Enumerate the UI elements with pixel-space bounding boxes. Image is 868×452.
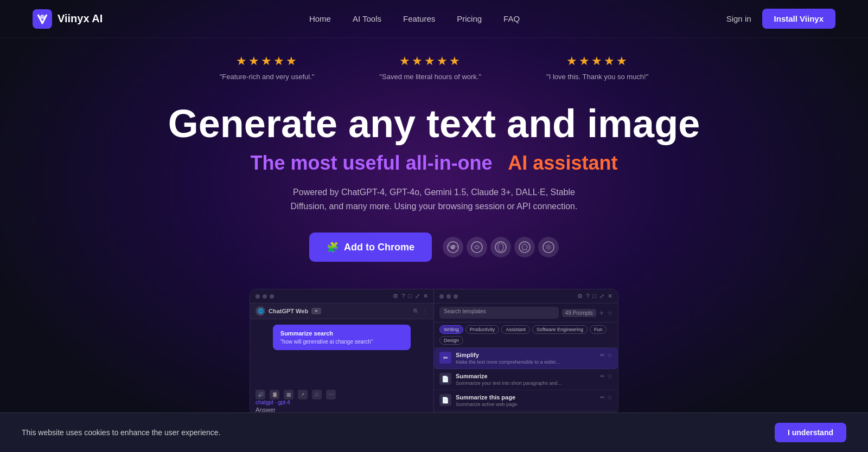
logo-icon xyxy=(33,9,52,29)
ss-left-topbar: ⚙ ? □ ⤢ ✕ xyxy=(250,289,433,304)
nav-links: Home AI Tools Features Pricing FAQ xyxy=(309,14,520,24)
ss-message-bubble: Summarize search "how will generative ai… xyxy=(273,325,411,350)
logo-link[interactable]: Viinyx AI xyxy=(33,9,103,29)
bookmark-icon: □ xyxy=(312,390,322,399)
ss-dot-1 xyxy=(256,294,260,299)
screenshot-left-panel: ⚙ ? □ ⤢ ✕ 🌐 ChatGPT Web ✦ 🔍 ⋮ xyxy=(250,289,434,414)
dots-icon: ⋯ xyxy=(326,390,336,399)
svg-point-7 xyxy=(519,242,530,253)
sign-in-link[interactable]: Sign in xyxy=(726,14,751,23)
ss-right-topbar: ⚙ ? □ ⤢ ✕ xyxy=(434,289,618,304)
ss-search-row: Search templates 49 Prompts + ☆ xyxy=(434,304,618,322)
nav-right: Sign in Install Viinyx xyxy=(726,9,835,29)
ss-prompt-summarize-actions: ✏ ☆ xyxy=(600,373,612,380)
right-help-icon: ? xyxy=(586,293,589,300)
ss-tab-badge: ✦ xyxy=(311,308,321,314)
ss-prompt-summarize-info: Summarize Summarize your text into short… xyxy=(456,373,596,386)
layout-icon: ▦ xyxy=(284,390,293,399)
hero-subtitle: The most useful all-in-one AI assistant xyxy=(251,152,618,175)
review-text-2: "Saved me literal hours of work." xyxy=(379,73,481,81)
ss-tag-fun[interactable]: Fun xyxy=(590,325,607,334)
star2-icon: ☆ xyxy=(607,373,612,380)
cookie-accept-button[interactable]: I understand xyxy=(775,423,846,442)
ss-message-text: "how will generative ai change search" xyxy=(280,339,403,345)
ss-star-icon: ☆ xyxy=(607,309,612,317)
app-screenshot: ⚙ ? □ ⤢ ✕ 🌐 ChatGPT Web ✦ 🔍 ⋮ xyxy=(250,289,618,415)
puzzle-icon: 🧩 xyxy=(327,241,339,253)
gear-icon: ⚙ xyxy=(393,293,398,300)
reviews-row: ★★★★★ "Feature-rich and very useful." ★★… xyxy=(220,54,649,81)
help-icon: ? xyxy=(401,293,405,300)
review-text-1: "Feature-rich and very useful." xyxy=(220,73,315,81)
right-close-icon: ✕ xyxy=(608,293,612,300)
ss-tag-software-eng[interactable]: Software Engineering xyxy=(532,325,588,334)
add-to-chrome-label: Add to Chrome xyxy=(344,242,414,253)
ss-source-tag: chatgpt · gpt-4 xyxy=(250,399,433,405)
screenshot-right-panel: ⚙ ? □ ⤢ ✕ Search templates 49 Prompts + … xyxy=(434,289,618,414)
svg-point-1 xyxy=(40,15,44,19)
svg-point-5 xyxy=(495,242,506,253)
close-icon: ✕ xyxy=(423,293,428,300)
star3-icon: ☆ xyxy=(607,394,612,401)
ss-tab-row: 🌐 ChatGPT Web ✦ 🔍 ⋮ xyxy=(250,304,433,319)
ss-prompt-summarize-icon: 📄 xyxy=(439,373,451,385)
nav-pricing[interactable]: Pricing xyxy=(457,14,482,23)
stars-1: ★★★★★ xyxy=(236,54,298,68)
ss-tag-productivity[interactable]: Productivity xyxy=(465,325,500,334)
ss-message-title: Summarize search xyxy=(280,330,403,337)
edge-icon xyxy=(538,237,559,257)
nav-faq[interactable]: FAQ xyxy=(503,14,520,23)
svg-point-4 xyxy=(471,242,482,253)
ss-tab-name: ChatGPT Web xyxy=(269,308,308,314)
ss-right-dot-2 xyxy=(446,294,451,299)
ss-prompt-summarize-page-title: Summarize this page xyxy=(456,394,596,401)
right-window-icon: □ xyxy=(592,293,596,300)
add-to-chrome-button[interactable]: 🧩 Add to Chrome xyxy=(309,233,432,262)
ss-prompt-count: 49 Prompts xyxy=(562,309,596,317)
svg-point-6 xyxy=(498,243,503,251)
ss-dots xyxy=(256,294,274,299)
hero-description: Powered by ChatGPT-4, GPT-4o, Gemini 1.5… xyxy=(277,185,591,213)
stars-2: ★★★★★ xyxy=(399,54,462,68)
browser-icons xyxy=(443,237,559,257)
review-text-3: "I love this. Thank you so much!" xyxy=(546,73,648,81)
edit3-icon: ✏ xyxy=(600,394,605,401)
ss-search-input[interactable]: Search templates xyxy=(439,307,559,319)
install-viinyx-button[interactable]: Install Viinyx xyxy=(762,9,835,29)
ss-chat-area: Summarize search "how will generative ai… xyxy=(250,319,433,385)
ss-prompt-summarize-desc: Summarize your text into short paragraph… xyxy=(456,380,596,386)
ss-prompt-simplify-icon: ✏ xyxy=(439,352,451,364)
ss-prompt-simplify[interactable]: ✏ Simplify Make the text more comprehens… xyxy=(434,348,618,369)
ss-right-dots xyxy=(439,294,458,299)
cta-row: 🧩 Add to Chrome xyxy=(309,233,559,262)
ss-tag-assistant[interactable]: Assistant xyxy=(501,325,530,334)
ss-right-topbar-icons: ⚙ ? □ ⤢ ✕ xyxy=(577,293,612,300)
ss-right-dot-1 xyxy=(439,294,444,299)
ss-tab-avatar: 🌐 xyxy=(256,306,265,316)
nav-features[interactable]: Features xyxy=(403,14,435,23)
ss-tag-writing[interactable]: Writing xyxy=(439,325,463,334)
copy-icon: 📋 xyxy=(270,390,279,399)
right-expand-icon: ⤢ xyxy=(599,293,604,300)
ss-prompt-summarize[interactable]: 📄 Summarize Summarize your text into sho… xyxy=(434,369,618,390)
right-gear-icon: ⚙ xyxy=(577,293,583,300)
opera-icon xyxy=(490,237,511,257)
ss-prompt-summarize-page-icon: 📄 xyxy=(439,394,451,406)
nav-home[interactable]: Home xyxy=(309,14,331,23)
brave-icon xyxy=(514,237,535,257)
star-icon: ☆ xyxy=(607,352,612,359)
ss-prompt-summarize-page-info: Summarize this page Summarize active web… xyxy=(456,394,596,407)
edit-icon: ✏ xyxy=(600,352,605,359)
ss-more-icon: ⋮ xyxy=(423,308,428,314)
navbar: Viinyx AI Home AI Tools Features Pricing… xyxy=(0,0,868,38)
ss-tag-design[interactable]: Design xyxy=(439,336,463,345)
ss-prompt-summarize-title: Summarize xyxy=(456,373,596,379)
ss-left-topbar-icons: ⚙ ? □ ⤢ ✕ xyxy=(393,293,428,300)
ss-prompt-simplify-title: Simplify xyxy=(456,352,596,358)
nav-ai-tools[interactable]: AI Tools xyxy=(353,14,381,23)
cookie-message: This website uses cookies to enhance the… xyxy=(22,428,221,437)
ss-prompt-summarize-page[interactable]: 📄 Summarize this page Summarize active w… xyxy=(434,390,618,411)
ss-prompt-simplify-info: Simplify Make the text more comprehensib… xyxy=(456,352,596,365)
review-item-1: ★★★★★ "Feature-rich and very useful." xyxy=(220,54,315,81)
hero-title: Generate any text and image xyxy=(168,102,700,145)
